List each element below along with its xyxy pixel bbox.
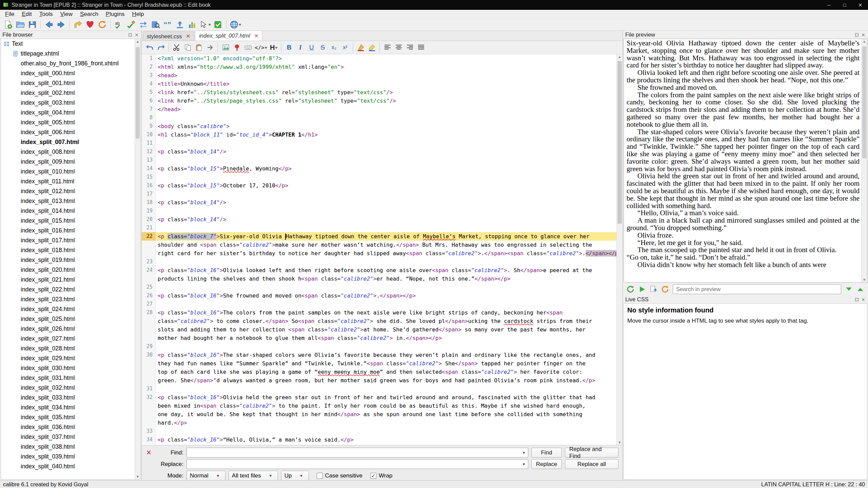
run-preview-button[interactable] — [637, 284, 647, 294]
code-row[interactable]: 10<h1 class="block_11" id="toc_id_4">CHA… — [142, 130, 616, 139]
code-row[interactable]: 34<p class="block_16">“Hello, Olivia,” a… — [142, 435, 616, 444]
underline-button[interactable]: U — [306, 42, 317, 53]
file-item-index_split_031.html[interactable]: index_split_031.html — [1, 373, 140, 383]
code-row[interactable]: 17 — [142, 190, 616, 198]
tab-index_split_007.html[interactable]: index_split_007.html✕ — [195, 30, 262, 41]
file-category-text[interactable]: Text — [1, 39, 140, 49]
browser-button[interactable]: ▾ — [229, 19, 242, 30]
replace-input-combo[interactable]: ▾ — [186, 459, 528, 469]
code-row[interactable]: 30<p class="block_16">The star-shaped co… — [142, 351, 616, 359]
file-item-index_split_003.html[interactable]: index_split_003.html — [1, 98, 140, 108]
tab-close-icon[interactable]: ✕ — [254, 33, 259, 39]
code-row[interactable]: 21 — [142, 224, 616, 232]
scrollbar-thumb[interactable] — [136, 47, 140, 139]
code-row[interactable]: 16<p class="block_15">October 17, 2010</… — [142, 181, 616, 190]
code-row[interactable]: slots and adding them to her collection … — [142, 325, 616, 334]
file-item-index_split_029.html[interactable]: index_split_029.html — [1, 353, 140, 363]
code-row[interactable]: 19 — [142, 207, 616, 215]
title-bar[interactable]: Stranger in Town [EPUB 2] :: Stranger in… — [0, 0, 868, 10]
sync-button[interactable] — [96, 19, 108, 30]
find-prev-button[interactable] — [855, 284, 866, 294]
find-input[interactable] — [187, 449, 520, 456]
tab-stylesheet.css[interactable]: stylesheet.css✕ — [143, 32, 194, 41]
code-row[interactable]: 4<title>Unknown</title> — [142, 80, 616, 88]
close-panel-icon[interactable] — [861, 33, 866, 37]
code-row[interactable]: 32<p class="block_16">Olivia held the gr… — [142, 393, 616, 402]
file-item-index_split_002.html[interactable]: index_split_002.html — [1, 88, 140, 98]
code-row[interactable]: 6<link href="../Styles/page_styles.css" … — [142, 97, 616, 105]
code-row[interactable]: 14<p class="block_15">Pinedale, Wyoming<… — [142, 164, 616, 173]
editor-scrollbar[interactable]: ▲ ▼ — [616, 54, 623, 445]
align-justify-button[interactable] — [416, 42, 426, 53]
code-row[interactable]: 1<?xml version="1.0" encoding="utf-8"?> — [142, 54, 616, 63]
code-row[interactable]: 12<p class="block_14"/> — [142, 147, 616, 156]
menu-plugins[interactable]: Plugins — [102, 10, 129, 18]
float-panel-icon[interactable] — [854, 297, 859, 302]
code-row[interactable]: they had fun names like “Summer Sparkle”… — [142, 359, 616, 368]
code-row[interactable]: 11 — [142, 139, 616, 147]
reports-button[interactable] — [186, 19, 198, 30]
find-next-button[interactable] — [844, 284, 854, 294]
file-item-index_split_019.html[interactable]: index_split_019.html — [1, 255, 140, 265]
file-item-index_split_005.html[interactable]: index_split_005.html — [1, 118, 140, 127]
file-item-index_split_012.html[interactable]: index_split_012.html — [1, 186, 140, 196]
file-item-index_split_030.html[interactable]: index_split_030.html — [1, 363, 140, 373]
code-row[interactable]: green. She</span>’d always wanted a gree… — [142, 376, 616, 385]
file-item-index_split_036.html[interactable]: index_split_036.html — [1, 422, 140, 432]
code-row[interactable]: top of each card like she was playing a … — [142, 368, 616, 376]
code-row[interactable]: 22<p class="block_7">Six-year-old Olivia… — [142, 232, 616, 241]
wrap-checkbox[interactable]: ✓ Wrap — [370, 472, 392, 479]
combo-dropdown-icon[interactable]: ▾ — [520, 462, 528, 467]
file-item-index_split_007.html[interactable]: index_split_007.html — [1, 137, 140, 147]
spell-check-button[interactable]: ab — [113, 19, 124, 30]
file-item-index_split_014.html[interactable]: index_split_014.html — [1, 206, 140, 216]
code-row[interactable]: 26<p class="block_16">She frowned and mo… — [142, 291, 616, 300]
file-item-index_split_037.html[interactable]: index_split_037.html — [1, 432, 140, 442]
code-row[interactable]: 25 — [142, 283, 616, 291]
file-item-index_split_032.html[interactable]: index_split_032.html — [1, 383, 140, 393]
file-item-index_split_021.html[interactable]: index_split_021.html — [1, 275, 140, 285]
smarten-punctuation-button[interactable]: “” — [162, 19, 173, 30]
close-panel-icon[interactable] — [134, 33, 139, 37]
new-file-button[interactable] — [2, 19, 14, 30]
scroll-up-icon[interactable]: ▲ — [135, 40, 140, 43]
preview-pane[interactable]: Six-year-old Olivia Hathaway tiptoed dow… — [624, 39, 867, 283]
align-right-button[interactable] — [405, 42, 415, 53]
close-find-panel-icon[interactable]: ✕ — [145, 449, 153, 456]
file-item-index_split_009.html[interactable]: index_split_009.html — [1, 157, 140, 167]
code-editor[interactable]: 1<?xml version="1.0" encoding="utf-8"?>2… — [142, 54, 623, 445]
menu-file[interactable]: File — [1, 10, 18, 18]
back-button[interactable] — [43, 19, 55, 30]
code-row[interactable]: 29 — [142, 342, 616, 351]
code-row[interactable]: 15 — [142, 173, 616, 181]
file-item-index_split_038.html[interactable]: index_split_038.html — [1, 442, 140, 452]
maximize-button[interactable]: □ — [837, 0, 852, 10]
subscript-button[interactable]: x₂ — [329, 42, 339, 53]
file-item-index_split_027.html[interactable]: index_split_027.html — [1, 334, 140, 344]
superscript-button[interactable]: x² — [340, 42, 350, 53]
undo-button[interactable] — [144, 42, 155, 53]
strike-button[interactable]: S — [317, 42, 328, 53]
code-row[interactable]: 8 — [142, 114, 616, 122]
code-row[interactable]: 9<body class="calibre"> — [142, 122, 616, 130]
preview-scrollbar[interactable]: ▲ ▼ — [861, 39, 867, 282]
file-item-index_split_022.html[interactable]: index_split_022.html — [1, 285, 140, 294]
combo-dropdown-icon[interactable]: ▾ — [520, 450, 528, 455]
file-item-other.also_by_front_1986_front.xhtml[interactable]: other.also_by_front_1986_front.xhtml — [1, 59, 140, 68]
code-row[interactable]: been mixed in<span class="calibre2"> to … — [142, 402, 616, 410]
scroll-down-icon[interactable]: ▼ — [135, 475, 140, 479]
float-panel-icon[interactable] — [128, 33, 133, 37]
refresh-preview-button[interactable] — [660, 284, 670, 294]
reload-preview-button[interactable] — [625, 284, 636, 294]
redo-button[interactable] — [156, 42, 166, 53]
inspect-book-button[interactable] — [150, 19, 161, 30]
code-button[interactable]: </>▾ — [254, 42, 268, 53]
image-button[interactable] — [220, 42, 231, 53]
code-row[interactable]: 18<p class="block_14"/> — [142, 198, 616, 207]
keyboard-button[interactable] — [243, 42, 253, 53]
menu-edit[interactable]: Edit — [18, 10, 35, 18]
find-button[interactable]: Find — [531, 448, 562, 458]
code-row[interactable]: mother had bought her a notebook to glue… — [142, 334, 616, 342]
check-book-button[interactable] — [212, 19, 224, 30]
scroll-down-icon[interactable]: ▼ — [862, 278, 867, 282]
